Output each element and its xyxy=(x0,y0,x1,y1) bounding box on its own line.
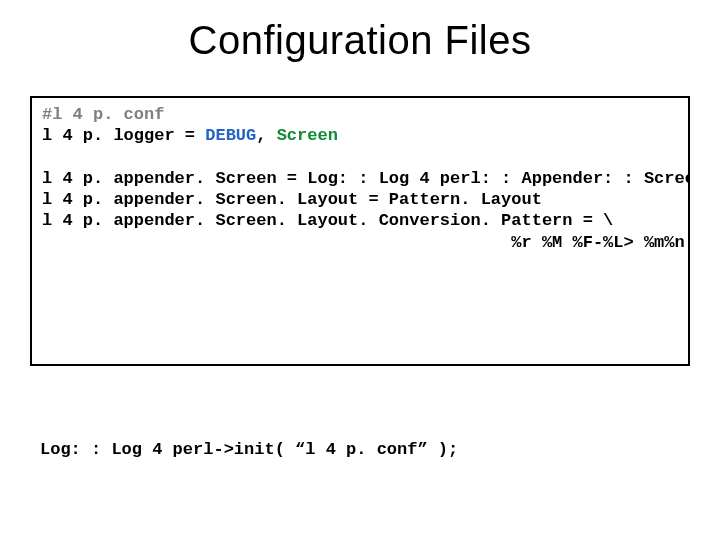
slide: Configuration Files #l 4 p. conf l 4 p. … xyxy=(0,0,720,540)
code-comment: #l 4 p. conf xyxy=(42,105,164,124)
code-line-appender-1: l 4 p. appender. Screen = Log: : Log 4 p… xyxy=(42,169,690,188)
slide-title: Configuration Files xyxy=(0,18,720,63)
code-line-appender-3: l 4 p. appender. Screen. Layout. Convers… xyxy=(42,211,613,230)
code-token-debug: DEBUG xyxy=(205,126,256,145)
init-call-line: Log: : Log 4 perl->init( “l 4 p. conf” )… xyxy=(40,440,458,459)
code-line-logger-pre: l 4 p. logger = xyxy=(42,126,205,145)
code-token-screen: Screen xyxy=(277,126,338,145)
code-token-comma: , xyxy=(256,126,276,145)
config-code-block: #l 4 p. conf l 4 p. logger = DEBUG, Scre… xyxy=(30,96,690,366)
code-line-appender-2: l 4 p. appender. Screen. Layout = Patter… xyxy=(42,190,542,209)
code-line-pattern: %r %M %F-%L> %m%n xyxy=(42,233,685,252)
